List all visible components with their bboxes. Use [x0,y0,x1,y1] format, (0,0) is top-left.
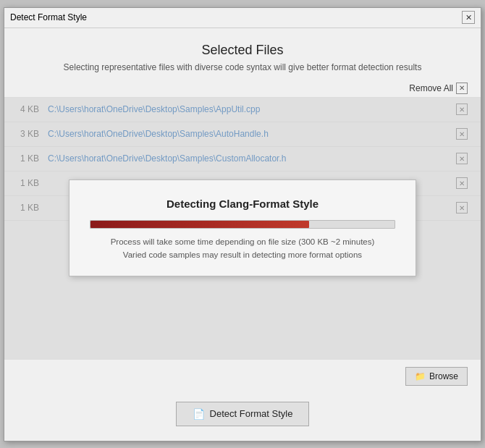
progress-info-line2: Varied code samples may result in detect… [111,249,375,261]
title-bar: Detect Format Style ✕ [4,8,481,28]
window-title: Detect Format Style [10,12,87,22]
folder-icon: 📁 [415,371,426,381]
main-window: Detect Format Style ✕ Selected Files Sel… [4,7,481,441]
remove-all-button[interactable]: Remove All ✕ [409,83,468,94]
file-list: 4 KB C:\Users\horat\OneDrive\Desktop\Sam… [4,97,481,360]
progress-bar-fill [90,221,309,228]
progress-title: Detecting Clang-Format Style [166,198,319,210]
header-section: Selected Files Selecting representative … [4,28,481,80]
detect-format-button[interactable]: 📄 Detect Format Style [176,402,310,426]
remove-all-icon: ✕ [456,83,468,94]
progress-bar [90,220,395,229]
page-title: Selected Files [19,43,466,58]
footer-bar: 📄 Detect Format Style [4,393,481,441]
detect-icon: 📄 [193,408,205,420]
browse-label: Browse [429,371,458,381]
bottom-bar: 📁 Browse [4,360,481,393]
close-button[interactable]: ✕ [462,11,475,24]
browse-button[interactable]: 📁 Browse [405,367,468,386]
progress-dialog: Detecting Clang-Format Style Process wil… [69,179,416,276]
detect-label: Detect Format Style [210,408,293,419]
remove-all-bar: Remove All ✕ [4,80,481,97]
progress-overlay: Detecting Clang-Format Style Process wil… [4,98,481,359]
page-subtitle: Selecting representative files with dive… [19,62,466,72]
content-area: Selected Files Selecting representative … [4,28,481,441]
progress-info-line1: Process will take some time depending on… [111,236,375,248]
remove-all-label: Remove All [409,83,453,93]
progress-info: Process will take some time depending on… [111,236,375,261]
